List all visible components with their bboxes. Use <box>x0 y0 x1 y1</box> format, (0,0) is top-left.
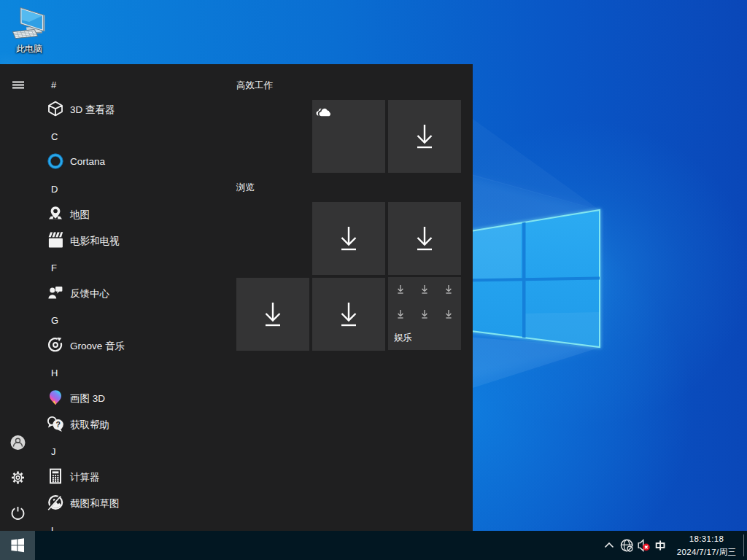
svg-text:?: ? <box>55 420 60 429</box>
